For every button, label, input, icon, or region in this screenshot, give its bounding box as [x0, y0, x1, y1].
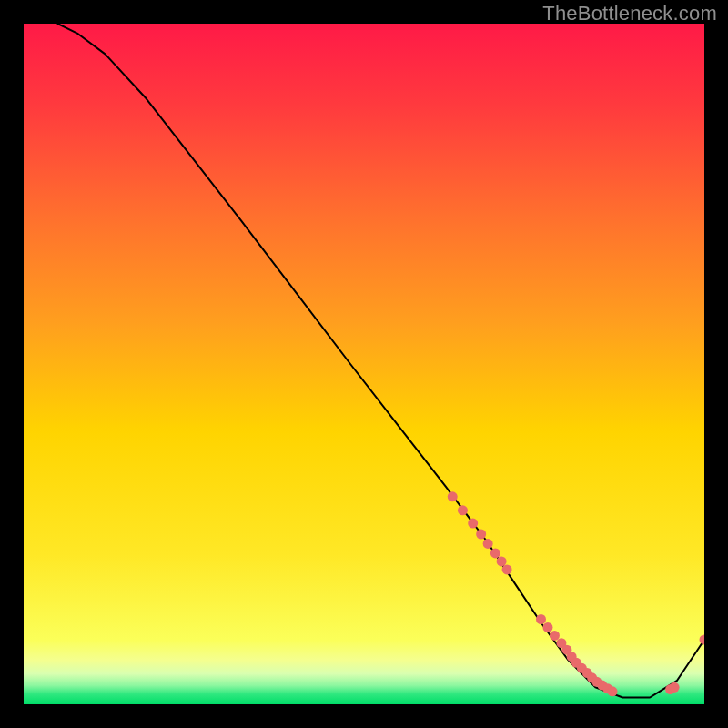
chart-plot	[24, 24, 704, 704]
marker-point	[483, 539, 493, 549]
marker-point	[542, 622, 552, 632]
marker-point	[490, 548, 500, 558]
marker-point	[458, 505, 468, 515]
marker-point	[670, 682, 680, 693]
marker-point	[502, 564, 512, 574]
watermark-text: TheBottleneck.com	[542, 2, 717, 25]
gradient-bg	[24, 24, 704, 704]
marker-point	[468, 519, 478, 529]
marker-point	[497, 556, 507, 566]
marker-point	[536, 614, 546, 624]
marker-point	[448, 491, 458, 501]
marker-point	[550, 631, 560, 641]
chart-frame: TheBottleneck.com	[0, 0, 728, 728]
marker-point	[608, 686, 618, 696]
marker-point	[476, 530, 486, 540]
